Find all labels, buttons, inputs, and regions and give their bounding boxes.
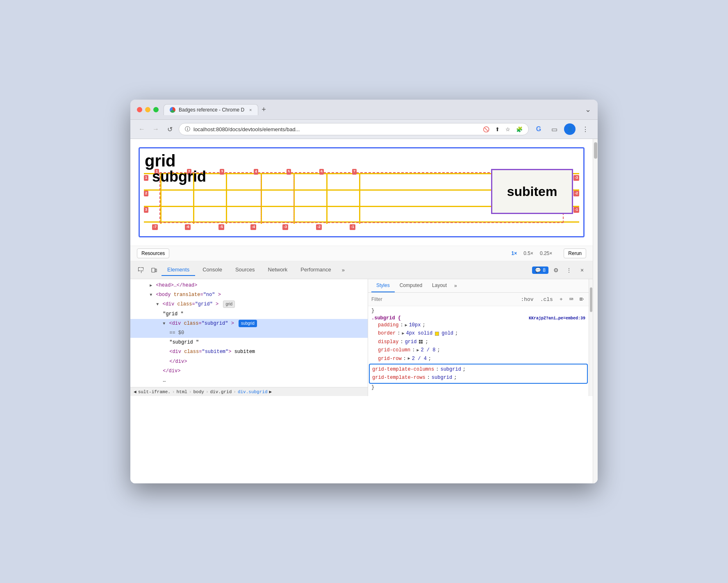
refresh-button[interactable]: ↺ bbox=[165, 124, 175, 134]
grid-display-icon[interactable] bbox=[419, 340, 423, 344]
subgrid-inner-v2 bbox=[293, 175, 294, 223]
breadcrumb-html[interactable]: html bbox=[176, 389, 187, 394]
div-grid-line[interactable]: ▼ <div class="grid" > grid bbox=[130, 300, 368, 309]
devtools-topbar: Elements Console Sources Network Perform… bbox=[130, 261, 593, 279]
chat-icon: 💬 bbox=[535, 267, 541, 273]
styles-toolbar: :hov .cls + ⌨ ⌦ bbox=[368, 293, 589, 306]
back-button[interactable]: ← bbox=[137, 124, 147, 134]
tabs-more-button[interactable]: » bbox=[339, 265, 348, 275]
breadcrumb-sult-iframe[interactable]: sult-iframe. bbox=[138, 389, 171, 394]
rule-source[interactable]: KKrajpZ?ani…pe=embed:39 bbox=[529, 316, 585, 321]
tab-performance[interactable]: Performance bbox=[295, 264, 337, 276]
scrollbar-thumb[interactable] bbox=[590, 287, 592, 312]
badge-row3: 3 bbox=[144, 207, 148, 213]
google-icon[interactable]: G bbox=[533, 123, 544, 135]
html-body-line[interactable]: ▼ <body translate="no" > bbox=[130, 290, 368, 300]
tab-console[interactable]: Console bbox=[197, 264, 228, 276]
active-tab[interactable]: Badges reference - Chrome D × bbox=[164, 104, 258, 115]
new-tab-button[interactable]: + bbox=[258, 104, 270, 115]
gold-color-swatch[interactable] bbox=[435, 332, 439, 336]
styles-filter-input[interactable] bbox=[371, 296, 516, 302]
zoom-1x[interactable]: 1× bbox=[510, 250, 519, 257]
side-panel-icon[interactable]: ▭ bbox=[548, 123, 560, 135]
subitem-box: subitem bbox=[491, 169, 573, 214]
breadcrumb-divsubgrid[interactable]: div.subgrid bbox=[238, 389, 268, 394]
minimize-button[interactable] bbox=[145, 107, 150, 112]
hov-button[interactable]: :hov bbox=[519, 296, 535, 303]
resources-button[interactable]: Resources bbox=[137, 248, 169, 258]
elements-tree[interactable]: ▶ <head>…</head> ▼ <body translate="no" … bbox=[130, 279, 368, 387]
zoom-025x[interactable]: 0.25× bbox=[538, 250, 554, 257]
dollar-zero-line: == $0 bbox=[130, 328, 368, 338]
rule-close-brace: } bbox=[371, 385, 585, 390]
force-state-icon[interactable]: ⌨ bbox=[568, 294, 575, 304]
subgrid-rule: .subgrid { KKrajpZ?ani…pe=embed:39 paddi… bbox=[371, 315, 585, 390]
tab-computed[interactable]: Computed bbox=[395, 279, 427, 292]
page-scrollbar[interactable] bbox=[593, 139, 598, 483]
devtools-more-button[interactable]: ⋮ bbox=[563, 264, 575, 276]
subgrid-text-line[interactable]: "subgrid " bbox=[130, 338, 368, 347]
badge-rowneg2: -2 bbox=[573, 191, 579, 196]
breadcrumb-bar: ◀ sult-iframe. › html › body › div.grid … bbox=[130, 387, 368, 396]
breadcrumb-divgrid[interactable]: div.grid bbox=[210, 389, 232, 394]
grid-text-line[interactable]: "grid " bbox=[130, 310, 368, 319]
div-subgrid-line[interactable]: ▼ <div class="subgrid" > subgrid bbox=[130, 319, 368, 328]
ellipsis-line[interactable]: … bbox=[130, 376, 368, 385]
menu-icon[interactable]: ⋮ bbox=[580, 123, 591, 135]
tab-elements[interactable]: Elements bbox=[162, 264, 195, 276]
breadcrumb-body[interactable]: body bbox=[193, 389, 204, 394]
tabs-bar: Badges reference - Chrome D × + bbox=[164, 104, 580, 115]
profile-icon[interactable]: 👤 bbox=[564, 123, 576, 135]
badge-neg5: -5 bbox=[218, 224, 224, 230]
prop-grid-template-rows: grid-template-rows : subgrid ; bbox=[372, 373, 585, 382]
address-bar: ← → ↺ ⓘ localhost:8080/docs/devtools/ele… bbox=[130, 120, 598, 139]
grid-outer-box: grid 1 2 bbox=[139, 147, 585, 237]
styles-tabs: Styles Computed Layout » bbox=[368, 279, 589, 293]
zoom-05x[interactable]: 0.5× bbox=[522, 250, 535, 257]
badge-neg6: -6 bbox=[185, 224, 191, 230]
extensions-icon[interactable]: 🧩 bbox=[516, 126, 523, 132]
cls-button[interactable]: .cls bbox=[539, 296, 555, 303]
tab-network[interactable]: Network bbox=[262, 264, 293, 276]
prop-display: display : grid ; bbox=[371, 338, 585, 346]
tab-sources[interactable]: Sources bbox=[230, 264, 261, 276]
styles-more-button[interactable]: » bbox=[452, 280, 460, 292]
new-style-rule-icon[interactable]: ⌦ bbox=[578, 294, 585, 304]
rerun-button[interactable]: Rerun bbox=[564, 248, 586, 258]
add-style-button[interactable]: + bbox=[558, 296, 564, 303]
device-toggle-icon[interactable] bbox=[148, 264, 160, 276]
window-dropdown[interactable]: ⌄ bbox=[585, 105, 591, 114]
close-button[interactable] bbox=[137, 107, 142, 112]
breadcrumb-right[interactable]: ▶ bbox=[269, 389, 272, 394]
close-div-2[interactable]: </div> bbox=[130, 367, 368, 376]
html-head-line[interactable]: ▶ <head>…</head> bbox=[130, 281, 368, 290]
bookmark-icon[interactable]: ☆ bbox=[505, 126, 510, 132]
chat-badge[interactable]: 💬 8 bbox=[532, 266, 548, 274]
tab-title: Badges reference - Chrome D bbox=[179, 107, 244, 113]
subgrid-inner-v1 bbox=[261, 175, 261, 223]
share-icon[interactable]: ⬆ bbox=[495, 126, 500, 132]
rule-selector: .subgrid { KKrajpZ?ani…pe=embed:39 bbox=[371, 315, 585, 321]
url-text: localhost:8080/docs/devtools/elements/ba… bbox=[193, 126, 300, 132]
badge-neg1: -1 bbox=[350, 224, 355, 230]
tab-styles[interactable]: Styles bbox=[371, 279, 395, 292]
badge-neg2: -2 bbox=[316, 224, 322, 230]
right-scrollbar[interactable] bbox=[589, 279, 593, 396]
tab-close-icon[interactable]: × bbox=[249, 107, 252, 112]
badge-neg7: -7 bbox=[152, 224, 158, 230]
url-bar[interactable]: ⓘ localhost:8080/docs/devtools/elements/… bbox=[179, 123, 529, 135]
url-bar-actions: 🚫 ⬆ ☆ 🧩 bbox=[483, 126, 523, 132]
forward-button[interactable]: → bbox=[151, 124, 161, 134]
prop-grid-row: grid-row : ▶ 2 / 4 ; bbox=[371, 355, 585, 363]
div-subitem-line[interactable]: <div class="subitem"> subitem bbox=[130, 347, 368, 357]
settings-button[interactable]: ⚙ bbox=[550, 264, 562, 276]
devtools-close-button[interactable]: × bbox=[576, 264, 588, 276]
breadcrumb-left[interactable]: ◀ bbox=[134, 389, 136, 394]
close-div-1[interactable]: </div> bbox=[130, 357, 368, 367]
inspect-cursor-icon[interactable] bbox=[135, 264, 147, 276]
devtools-panel: Elements Console Sources Network Perform… bbox=[130, 261, 593, 396]
eye-slash-icon[interactable]: 🚫 bbox=[483, 126, 489, 132]
tab-layout[interactable]: Layout bbox=[427, 279, 452, 292]
maximize-button[interactable] bbox=[153, 107, 159, 112]
page-scroll-thumb[interactable] bbox=[594, 142, 597, 159]
